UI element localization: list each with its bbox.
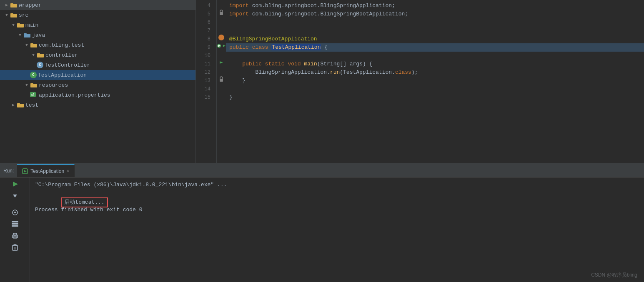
sidebar-item-label: main: [25, 22, 38, 28]
folder-icon: [30, 42, 38, 48]
console-line-2: 启动tomcat...: [35, 189, 639, 197]
line-num: 15: [198, 93, 213, 102]
svg-marker-22: [223, 45, 226, 47]
folder-icon: [37, 52, 44, 58]
line-numbers: 4 5 6 7 8 9 10 11 12 13 14 15: [196, 0, 217, 163]
line-num: 9: [198, 43, 213, 52]
folder-icon: [17, 22, 24, 28]
gutter-cell: [217, 0, 226, 8]
sidebar-item-src[interactable]: ▼ src: [0, 10, 195, 20]
bottom-content: "C:\Program Files (x86)\Java\jdk1.8.0_22…: [0, 177, 644, 282]
editor-area: 4 5 6 7 8 9 10 11 12 13 14 15: [196, 0, 644, 163]
console-line-1: "C:\Program Files (x86)\Java\jdk1.8.0_22…: [35, 181, 639, 189]
capture-button[interactable]: [10, 207, 20, 217]
sidebar-item-label: application.properties: [39, 92, 110, 98]
svg-rect-9: [30, 43, 33, 45]
svg-rect-37: [13, 246, 18, 250]
svg-text:al: al: [31, 93, 35, 97]
folder-blue-icon: [23, 32, 31, 38]
sidebar: ▶ wrapper ▼ src ▼ main ▼: [0, 0, 196, 163]
console-line-3: [35, 197, 639, 206]
line-num: 12: [198, 68, 213, 77]
line-num: 6: [198, 18, 213, 27]
svg-marker-27: [13, 182, 18, 187]
line-num: 4: [198, 2, 213, 10]
chevron-icon: ▶: [10, 102, 17, 108]
folder-icon: [30, 82, 38, 88]
gutter-cell: [217, 25, 226, 33]
sidebar-item-label: TestApplication: [38, 72, 87, 78]
sidebar-item-java[interactable]: ▼ java: [0, 30, 195, 40]
code-line-11: public static void main(String[] args) {: [226, 60, 644, 68]
gutter-cell-lock: [217, 8, 226, 17]
bottom-panel: Run: TestApplication ×: [0, 163, 644, 282]
code-lines[interactable]: import com.bling.springboot.BlingSpringA…: [226, 0, 644, 163]
bottom-tab-testapplication[interactable]: TestApplication ×: [17, 164, 75, 177]
code-line-5: import com.bling.springboot.BlingSpringB…: [226, 10, 644, 18]
print-button[interactable]: [10, 231, 20, 241]
line-num: 10: [198, 52, 213, 60]
sidebar-item-package[interactable]: ▼ com.bling.test: [0, 40, 195, 50]
chevron-icon: ▼: [23, 82, 30, 88]
tab-icon: [22, 168, 28, 174]
svg-marker-23: [220, 61, 223, 64]
sidebar-item-test[interactable]: ▶ test: [0, 100, 195, 110]
chevron-icon: ▼: [10, 22, 17, 28]
chevron-icon: ▼: [23, 42, 30, 48]
chevron-icon: ▼: [3, 12, 10, 18]
sidebar-item-testcontroller[interactable]: C TestController: [0, 60, 195, 70]
sidebar-item-testapplication[interactable]: C TestApplication: [0, 70, 195, 80]
sidebar-item-label: resources: [39, 82, 68, 88]
tab-label: TestApplication: [30, 168, 64, 174]
svg-rect-18: [220, 12, 223, 15]
folder-icon: [10, 12, 18, 18]
gutter-cell: [217, 50, 226, 58]
gutter-cell: [217, 92, 226, 100]
chevron-icon: ▼: [30, 52, 37, 58]
gutter-cell: [217, 67, 226, 75]
gutter-cell: [217, 17, 226, 25]
scroll-down-button[interactable]: [10, 191, 20, 201]
sidebar-item-controller[interactable]: ▼ controller: [0, 50, 195, 60]
stack-button[interactable]: [10, 219, 20, 229]
tab-close-button[interactable]: ×: [67, 169, 69, 173]
run-button[interactable]: [10, 179, 20, 189]
svg-point-30: [14, 212, 16, 213]
code-line-12: BlingSpringApplication.run(TestApplicati…: [226, 68, 644, 77]
folder-icon: [10, 2, 18, 8]
main-area: ▶ wrapper ▼ src ▼ main ▼: [0, 0, 644, 163]
trash-button[interactable]: [10, 242, 20, 252]
code-line-8: @BlingSpringBootApplication: [226, 35, 644, 43]
svg-rect-1: [10, 3, 13, 5]
console-output: "C:\Program Files (x86)\Java\jdk1.8.0_22…: [30, 177, 644, 282]
svg-point-19: [220, 36, 223, 39]
line-num: 11: [198, 60, 213, 68]
svg-rect-7: [24, 33, 27, 35]
sidebar-item-label: java: [32, 32, 45, 38]
sidebar-item-main[interactable]: ▼ main: [0, 20, 195, 30]
code-content: 4 5 6 7 8 9 10 11 12 13 14 15: [196, 0, 644, 163]
folder-icon: [17, 102, 24, 108]
code-line-10: [226, 52, 644, 60]
run-label: Run:: [3, 164, 17, 177]
bottom-sidebar: [0, 177, 30, 282]
sidebar-item-wrapper[interactable]: ▶ wrapper: [0, 0, 195, 10]
gutter-cell: [217, 83, 226, 92]
sidebar-item-label: test: [25, 102, 38, 108]
sidebar-item-resources[interactable]: ▼ resources: [0, 80, 195, 90]
properties-icon: al: [30, 92, 38, 98]
sidebar-item-label: com.bling.test: [39, 42, 84, 48]
chevron-icon: ▼: [17, 32, 23, 38]
sidebar-item-properties[interactable]: al application.properties: [0, 90, 195, 100]
gutter-cell-lock2: [217, 75, 226, 83]
gutter-cell-debug: [217, 33, 226, 42]
bottom-tab-bar: Run: TestApplication ×: [0, 164, 644, 177]
gutter-cell-run[interactable]: [217, 42, 226, 50]
svg-rect-17: [17, 103, 20, 105]
svg-rect-13: [30, 83, 33, 85]
code-line-9: public class TestApplication {: [226, 43, 644, 52]
code-line-7: [226, 27, 644, 35]
line-num: 8: [198, 35, 213, 43]
code-line-6: [226, 18, 644, 27]
line-num: 14: [198, 85, 213, 93]
